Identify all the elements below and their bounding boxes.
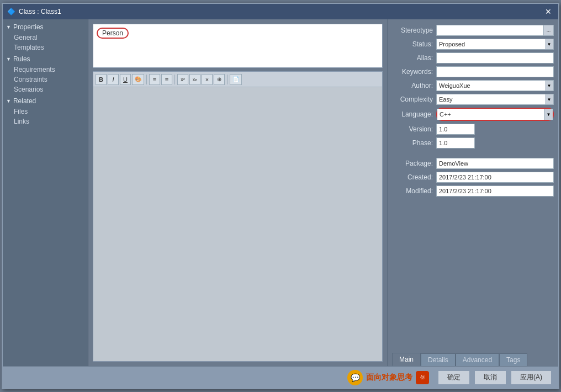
right-panel-spacer bbox=[392, 199, 554, 348]
form-row-modified: Modified: bbox=[392, 186, 554, 197]
label-complexity: Complexity bbox=[392, 96, 436, 103]
stereotype-browse-button[interactable]: ... bbox=[544, 25, 554, 36]
sidebar-group-label-related: Related bbox=[13, 97, 36, 105]
window-icon: 🔷 bbox=[7, 8, 15, 15]
toolbar-bold-button[interactable]: B bbox=[96, 74, 107, 85]
sidebar-group-properties: ▼ Properties General Templates bbox=[3, 22, 88, 52]
form-row-version: Version: bbox=[392, 124, 554, 135]
stereotype-input[interactable] bbox=[436, 25, 544, 36]
toolbar-separator-2 bbox=[174, 75, 175, 84]
sidebar-item-requirements[interactable]: Requirements bbox=[3, 65, 88, 75]
form-row-author: Author: WeiguoXue ▼ bbox=[392, 80, 554, 91]
tab-details[interactable]: Details bbox=[421, 353, 456, 366]
label-language: Language: bbox=[392, 110, 436, 118]
toolbar-separator-1 bbox=[146, 75, 147, 84]
form-row-keywords: Keywords: bbox=[392, 66, 554, 77]
tab-main[interactable]: Main bbox=[392, 353, 421, 366]
form-row-language: Language: C++ Java C# ▼ bbox=[392, 108, 554, 121]
tab-tags[interactable]: Tags bbox=[499, 353, 527, 366]
toolbar-underline-button[interactable]: U bbox=[120, 74, 131, 85]
label-stereotype: Stereotype bbox=[392, 27, 436, 34]
form-row-complexity: Complexity Easy Medium Hard ▼ bbox=[392, 94, 554, 105]
sidebar-group-header-rules[interactable]: ▼ Rules bbox=[3, 54, 88, 65]
version-input[interactable] bbox=[436, 124, 475, 135]
toolbar-document-button[interactable]: 📄 bbox=[230, 74, 242, 85]
class-name-label: Person bbox=[97, 28, 129, 39]
toolbar-color-button[interactable]: 🎨 bbox=[132, 74, 144, 85]
complexity-select-wrapper: Easy Medium Hard ▼ bbox=[436, 94, 554, 105]
form-spacer bbox=[392, 151, 554, 158]
sidebar-item-general[interactable]: General bbox=[3, 33, 88, 43]
phase-input[interactable] bbox=[436, 137, 475, 149]
arrow-properties: ▼ bbox=[6, 24, 11, 30]
form-row-stereotype: Stereotype ... bbox=[392, 25, 554, 36]
small-logo: 创 bbox=[416, 371, 429, 384]
watermark: 💬 面向对象思考 创 bbox=[347, 370, 429, 385]
sidebar-group-related: ▼ Related Files Links bbox=[3, 96, 88, 126]
status-select-wrapper: Proposed Approved Rejected ▼ bbox=[436, 39, 554, 50]
sidebar-item-templates[interactable]: Templates bbox=[3, 43, 88, 52]
label-phase: Phase: bbox=[392, 139, 436, 147]
sidebar-group-header-properties[interactable]: ▼ Properties bbox=[3, 22, 88, 33]
sidebar-item-links[interactable]: Links bbox=[3, 116, 88, 126]
bottom-action-bar: 💬 面向对象思考 创 确定 取消 应用(A) bbox=[3, 366, 558, 388]
form-row-created: Created: bbox=[392, 172, 554, 183]
label-alias: Alias: bbox=[392, 54, 436, 62]
author-select[interactable]: WeiguoXue bbox=[436, 80, 554, 91]
window-title: Class : Class1 bbox=[19, 8, 61, 15]
label-keywords: Keywords: bbox=[392, 68, 436, 76]
window-body: ▼ Properties General Templates ▼ Rules R… bbox=[3, 19, 558, 366]
label-package: Package: bbox=[392, 160, 436, 167]
close-button[interactable]: ✕ bbox=[543, 7, 554, 16]
modified-input[interactable] bbox=[436, 186, 554, 197]
package-input[interactable] bbox=[436, 158, 554, 169]
editor-wrapper: B I U 🎨 ≡ ≡ x² x₂ × ⊕ 📄 bbox=[93, 71, 383, 362]
label-version: Version: bbox=[392, 125, 436, 133]
main-window: 🔷 Class : Class1 ✕ ▼ Properties General … bbox=[2, 3, 559, 389]
sidebar: ▼ Properties General Templates ▼ Rules R… bbox=[3, 19, 88, 366]
keywords-input[interactable] bbox=[436, 66, 554, 77]
toolbar-superscript-button[interactable]: x² bbox=[177, 74, 188, 85]
toolbar-align-right-button[interactable]: ≡ bbox=[161, 74, 172, 85]
form-row-alias: Alias: bbox=[392, 52, 554, 63]
bottom-tabs: Main Details Advanced Tags bbox=[392, 348, 554, 366]
form-row-status: Status: Proposed Approved Rejected ▼ bbox=[392, 39, 554, 50]
title-bar-left: 🔷 Class : Class1 bbox=[7, 8, 61, 15]
sidebar-group-label-rules: Rules bbox=[13, 55, 30, 63]
confirm-button[interactable]: 确定 bbox=[438, 370, 470, 385]
author-select-wrapper: WeiguoXue ▼ bbox=[436, 80, 554, 91]
label-status: Status: bbox=[392, 40, 436, 48]
sidebar-item-files[interactable]: Files bbox=[3, 107, 88, 116]
watermark-icon: 💬 bbox=[347, 370, 363, 385]
toolbar-italic-button[interactable]: I bbox=[108, 74, 119, 85]
stereotype-input-wrapper: ... bbox=[436, 25, 554, 36]
sidebar-item-constraints[interactable]: Constraints bbox=[3, 75, 88, 84]
toolbar-clear-button[interactable]: × bbox=[202, 74, 213, 85]
title-bar: 🔷 Class : Class1 ✕ bbox=[3, 4, 558, 19]
sidebar-group-rules: ▼ Rules Requirements Constraints Scenari… bbox=[3, 54, 88, 94]
editor-toolbar: B I U 🎨 ≡ ≡ x² x₂ × ⊕ 📄 bbox=[93, 72, 382, 87]
label-author: Author: bbox=[392, 82, 436, 89]
form-row-package: Package: bbox=[392, 158, 554, 169]
language-select[interactable]: C++ Java C# bbox=[437, 109, 553, 120]
alias-input[interactable] bbox=[436, 52, 554, 63]
sidebar-group-label-properties: Properties bbox=[13, 23, 44, 31]
sidebar-item-scenarios[interactable]: Scenarios bbox=[3, 84, 88, 94]
apply-button[interactable]: 应用(A) bbox=[511, 370, 552, 385]
status-select[interactable]: Proposed Approved Rejected bbox=[436, 39, 554, 50]
label-modified: Modified: bbox=[392, 187, 436, 195]
toolbar-separator-3 bbox=[227, 75, 227, 84]
created-input[interactable] bbox=[436, 172, 554, 183]
label-created: Created: bbox=[392, 173, 436, 181]
editor-body[interactable] bbox=[93, 87, 382, 361]
toolbar-subscript-button[interactable]: x₂ bbox=[189, 74, 200, 85]
tab-advanced[interactable]: Advanced bbox=[456, 353, 499, 366]
complexity-select[interactable]: Easy Medium Hard bbox=[436, 94, 554, 105]
toolbar-align-left-button[interactable]: ≡ bbox=[149, 74, 160, 85]
class-name-box: Person bbox=[93, 24, 383, 68]
sidebar-group-header-related[interactable]: ▼ Related bbox=[3, 96, 88, 107]
toolbar-insert-button[interactable]: ⊕ bbox=[214, 74, 225, 85]
language-select-wrapper: C++ Java C# ▼ bbox=[436, 108, 554, 121]
cancel-button[interactable]: 取消 bbox=[474, 370, 506, 385]
main-content: Person B I U 🎨 ≡ ≡ x² x₂ × ⊕ bbox=[88, 19, 387, 366]
